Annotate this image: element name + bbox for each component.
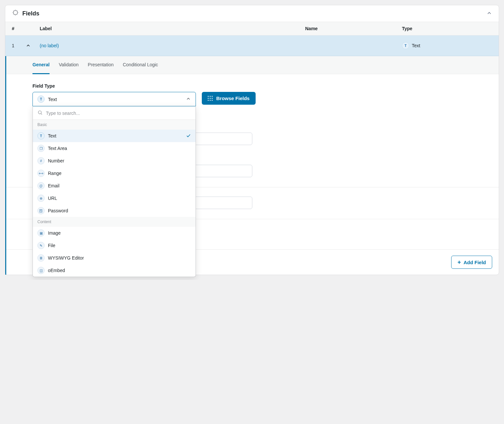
dropdown-option-label: Range: [48, 171, 191, 176]
field-type-dropdown: BasicTText❐Text Area#Number⟷Range@Email⊕…: [32, 107, 196, 277]
field-type-select[interactable]: T Text: [32, 92, 196, 106]
tab-general[interactable]: General: [32, 56, 50, 74]
field-type-icon: ✎: [37, 242, 45, 249]
col-number-header: #: [12, 26, 30, 31]
dropdown-option-label: URL: [48, 196, 191, 201]
dropdown-option-label: Email: [48, 183, 191, 188]
search-icon: [37, 110, 43, 116]
dropdown-option-email[interactable]: @Email: [33, 180, 196, 192]
field-type-select-wrapper: T Text: [32, 92, 196, 106]
grid-icon: [208, 96, 213, 101]
chevron-up-icon: [486, 10, 492, 16]
dropdown-option-wysiwyg-editor[interactable]: ≣WYSIWYG Editor: [33, 252, 196, 264]
dropdown-option-label: Text: [48, 133, 182, 138]
panel-title: Fields: [22, 10, 486, 17]
dropdown-option-label: File: [48, 243, 191, 248]
field-type-icon: ❐: [37, 145, 45, 152]
check-icon: [186, 133, 191, 139]
dropdown-list[interactable]: BasicTText❐Text Area#Number⟷Range@Email⊕…: [33, 120, 196, 277]
field-row-toggle[interactable]: [22, 43, 35, 48]
editor-tabs: General Validation Presentation Conditio…: [6, 56, 499, 74]
dropdown-option-label: Image: [48, 230, 191, 236]
chevron-up-icon: [186, 96, 191, 102]
add-field-button[interactable]: + Add Field: [451, 256, 492, 269]
dropdown-option-label: oEmbed: [48, 268, 191, 273]
tab-conditional-logic[interactable]: Conditional Logic: [123, 56, 158, 74]
plus-icon: +: [457, 259, 461, 265]
field-type-icon: ≣: [37, 254, 45, 262]
svg-point-0: [38, 111, 41, 114]
dropdown-option-oembed[interactable]: ◫oEmbed: [33, 264, 196, 277]
chevron-up-icon: [26, 43, 31, 48]
text-type-icon: T: [37, 95, 45, 103]
dropdown-option-label: WYSIWYG Editor: [48, 255, 191, 261]
field-row-label[interactable]: (no label): [35, 43, 305, 48]
tab-validation[interactable]: Validation: [59, 56, 78, 74]
field-type-icon: ▣: [37, 229, 45, 237]
field-type-icon: ⟷: [37, 170, 45, 177]
svg-line-1: [41, 114, 42, 115]
field-row-type: T Text: [402, 42, 492, 49]
add-field-label: Add Field: [464, 260, 486, 265]
col-label-header: Label: [30, 26, 305, 31]
panel-header: Fields: [5, 5, 499, 22]
dropdown-group-header: Basic: [33, 120, 196, 130]
collapse-panel-button[interactable]: [486, 10, 492, 17]
dropdown-option-text-area[interactable]: ❐Text Area: [33, 142, 196, 155]
field-row-type-label: Text: [412, 43, 420, 48]
col-name-header: Name: [305, 26, 402, 31]
browse-fields-label: Browse Fields: [216, 95, 250, 101]
dropdown-search-row: [33, 107, 196, 120]
dropdown-option-url[interactable]: ⊕URL: [33, 192, 196, 204]
table-header: # Label Name Type: [5, 22, 499, 35]
puzzle-icon: [12, 10, 19, 17]
field-row-number: 1: [12, 43, 22, 48]
text-type-icon: T: [402, 42, 409, 49]
tab-presentation[interactable]: Presentation: [88, 56, 114, 74]
field-type-icon: T: [37, 132, 45, 139]
field-type-icon: #: [37, 157, 45, 164]
field-type-icon: ⊕: [37, 195, 45, 202]
dropdown-option-label: Number: [48, 158, 191, 163]
dropdown-option-number[interactable]: #Number: [33, 155, 196, 167]
field-editor: General Validation Presentation Conditio…: [5, 56, 499, 275]
field-type-selected-label: Text: [48, 96, 182, 102]
dropdown-option-file[interactable]: ✎File: [33, 239, 196, 252]
dropdown-group-header: Content: [33, 217, 196, 227]
dropdown-option-range[interactable]: ⟷Range: [33, 167, 196, 180]
dropdown-option-text[interactable]: TText: [33, 130, 196, 142]
form-body: Field Type T Text: [6, 74, 499, 249]
col-type-header: Type: [402, 26, 492, 31]
dropdown-option-label: Password: [48, 208, 191, 213]
browse-fields-button[interactable]: Browse Fields: [202, 92, 256, 105]
field-type-icon: ⚿: [37, 207, 45, 214]
field-type-group: Field Type T Text: [32, 83, 472, 106]
field-row[interactable]: 1 (no label) T Text: [5, 35, 499, 56]
field-type-icon: ◫: [37, 267, 45, 274]
dropdown-option-password[interactable]: ⚿Password: [33, 204, 196, 217]
dropdown-option-label: Text Area: [48, 146, 191, 151]
dropdown-search-input[interactable]: [46, 111, 191, 116]
dropdown-option-image[interactable]: ▣Image: [33, 227, 196, 239]
field-type-label: Field Type: [32, 83, 472, 89]
field-type-icon: @: [37, 182, 45, 189]
fields-panel: Fields # Label Name Type 1 (no label) T …: [5, 5, 499, 275]
